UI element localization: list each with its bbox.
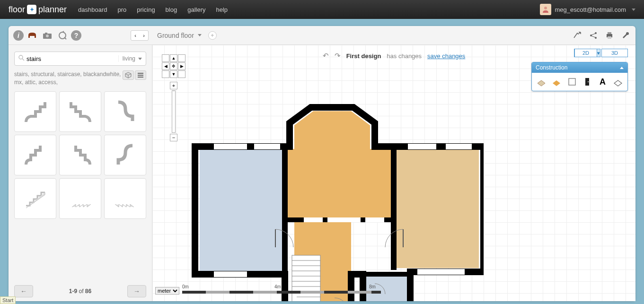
zoom-in-button[interactable]: + (170, 82, 177, 89)
thumb-stairs-8[interactable] (59, 178, 101, 219)
thumb-stairs-3[interactable] (104, 91, 146, 132)
svg-rect-36 (214, 271, 247, 277)
door-tool-icon[interactable] (581, 76, 593, 88)
pan-sw[interactable] (162, 70, 169, 78)
view-toggle (123, 70, 146, 87)
info-icon[interactable]: i (13, 30, 24, 41)
tool-icon[interactable] (56, 29, 69, 42)
nav-help[interactable]: help (216, 6, 228, 13)
view-mode-toggle: 2D ▾ 3D (574, 49, 628, 57)
dimension-tool-icon[interactable] (612, 76, 624, 88)
print-icon[interactable] (604, 30, 615, 41)
pan-e[interactable]: ▶ (178, 62, 185, 70)
chevron-down-icon (138, 58, 142, 60)
thumb-stairs-7[interactable] (14, 178, 56, 219)
nav-pad: ▲ ◀ ✥ ▶ ▼ + − (162, 54, 185, 141)
logo-icon: ✦ (27, 5, 36, 14)
svg-point-2 (46, 35, 49, 37)
add-floor-button[interactable]: + (208, 31, 217, 40)
svg-rect-9 (608, 32, 611, 34)
floor-selector[interactable]: Ground floor (157, 32, 202, 39)
canvas[interactable]: ↶ ↷ First design has changes save change… (152, 45, 635, 301)
zoom-out-button[interactable]: − (170, 134, 177, 141)
undo-button[interactable]: ↶ (323, 52, 329, 60)
logo-text-a: floor (9, 5, 25, 15)
surface-tool-icon[interactable] (550, 76, 563, 88)
svg-rect-15 (138, 77, 143, 78)
pan-center[interactable]: ✥ (170, 62, 177, 70)
svg-rect-30 (254, 144, 280, 149)
svg-rect-33 (365, 217, 384, 222)
thumb-stairs-2[interactable] (59, 91, 101, 132)
floor-label-text: Ground floor (157, 32, 194, 39)
nav-blog[interactable]: blog (166, 6, 177, 13)
floor-nav: ‹ › (131, 30, 149, 41)
line-tool-icon[interactable] (566, 76, 578, 88)
user-email: meg_escott@hotmail.com (555, 6, 626, 13)
ruler-8: 8m (369, 284, 376, 289)
nav-links: dashboard pro pricing blog gallery help (78, 6, 228, 13)
ruler-4: 4m (274, 284, 281, 289)
zoom-slider[interactable] (172, 90, 176, 133)
pan-nw[interactable] (162, 54, 169, 62)
body: living stairs, structural, staircase, bl… (9, 45, 635, 301)
pager-prev-button[interactable]: ← (14, 285, 33, 297)
search-input[interactable] (26, 55, 118, 62)
thumb-stairs-4[interactable] (14, 135, 56, 175)
status-text: has changes (387, 52, 422, 60)
thumb-stairs-9[interactable] (104, 178, 146, 219)
thumb-stairs-6[interactable] (104, 135, 146, 175)
svg-rect-22 (394, 150, 479, 268)
help-icon[interactable]: ? (71, 30, 81, 41)
svg-rect-35 (446, 144, 472, 149)
thumb-stairs-1[interactable] (14, 91, 56, 132)
pan-n[interactable]: ▲ (170, 54, 177, 62)
floor-plan[interactable] (190, 87, 484, 301)
nav-pro[interactable]: pro (118, 6, 127, 13)
view-3d-button[interactable]: 3D (601, 49, 628, 57)
unit-select[interactable]: meter (155, 287, 179, 295)
svg-rect-34 (408, 144, 436, 149)
nav-gallery[interactable]: gallery (187, 6, 205, 13)
redo-button[interactable]: ↷ (335, 52, 341, 60)
nav-dashboard[interactable]: dashboard (78, 6, 107, 13)
search-row: living (14, 52, 146, 66)
share-icon[interactable] (588, 30, 599, 41)
svg-rect-14 (138, 75, 143, 76)
view-3d-thumb-button[interactable] (123, 70, 134, 80)
nav-pricing[interactable]: pricing (137, 6, 155, 13)
pan-ne[interactable] (178, 54, 185, 62)
user-menu[interactable]: meg_escott@hotmail.com (540, 4, 635, 15)
next-floor-button[interactable]: › (140, 31, 148, 40)
pan-s[interactable]: ▼ (170, 70, 177, 78)
svg-point-0 (544, 7, 547, 9)
text-tool-icon[interactable]: A (596, 76, 609, 88)
view-2d-button[interactable]: 2D ▾ (574, 49, 600, 57)
thumb-stairs-5[interactable] (59, 135, 101, 175)
pan-w[interactable]: ◀ (162, 62, 169, 70)
pager-of: of (79, 288, 83, 295)
filter-dropdown[interactable]: living (118, 55, 142, 62)
chevron-down-icon (632, 9, 635, 11)
view-list-button[interactable] (135, 70, 146, 80)
furniture-icon[interactable] (26, 29, 39, 42)
tags-text: stairs, structural, staircase, blackandw… (14, 70, 123, 87)
camera-icon[interactable] (41, 29, 54, 42)
wall-tool-icon[interactable] (535, 76, 547, 88)
save-link[interactable]: save changes (427, 52, 465, 60)
settings-icon[interactable] (620, 30, 631, 41)
pager-next-button[interactable]: → (127, 285, 146, 297)
avatar-icon (540, 4, 551, 15)
chevron-down-icon (198, 34, 202, 36)
pager: ← 1-9 of 86 → (14, 280, 146, 297)
logo-text-b: planner (38, 5, 67, 15)
top-navbar: floor ✦ planner dashboard pro pricing bl… (0, 0, 644, 19)
export-icon[interactable] (572, 30, 582, 41)
svg-rect-10 (608, 36, 611, 39)
panel-header[interactable]: Construction (532, 62, 627, 73)
collapse-icon[interactable] (620, 67, 624, 69)
prev-floor-button[interactable]: ‹ (131, 31, 140, 40)
logo[interactable]: floor ✦ planner (9, 5, 67, 15)
pan-se[interactable] (178, 70, 185, 78)
pager-range: 1-9 (69, 288, 77, 295)
